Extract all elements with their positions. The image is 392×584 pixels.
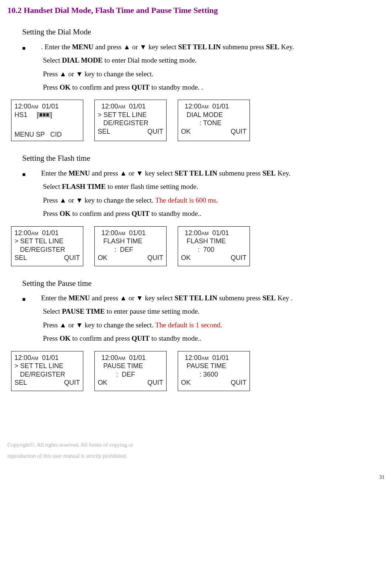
lcd-line: : 3600 bbox=[181, 370, 247, 379]
lcd-line: 12:00AM 01/01 bbox=[98, 354, 163, 362]
time: 12:00 bbox=[14, 354, 31, 361]
step-text: Enter the MENU and press ▲ or ▼ key sele… bbox=[41, 168, 385, 179]
time: 12:00 bbox=[101, 229, 118, 237]
lcd-screen: 12:00AM 01/01 DIAL MODE : TONE OKQUIT bbox=[178, 100, 250, 141]
text: submenu press bbox=[221, 43, 266, 51]
lcd-line: > SET TEL LINE bbox=[14, 362, 80, 370]
text: Press bbox=[43, 210, 60, 217]
text: OK bbox=[181, 127, 191, 136]
flashtime-heading: Setting the Flash time bbox=[22, 152, 385, 165]
lcd-line: DE/REGISTER bbox=[14, 370, 80, 379]
lcd-line: 12:00AM 01/01 bbox=[14, 229, 80, 237]
lcd-line: OKQUIT bbox=[98, 378, 163, 387]
lcd-line: 12:00AM 01/01 bbox=[98, 229, 163, 237]
text: to standby mode.. bbox=[150, 334, 201, 342]
lcd-line: : TONE bbox=[181, 119, 247, 127]
text: to standby mode.. bbox=[150, 210, 201, 217]
lcd-line: DE/REGISTER bbox=[14, 246, 80, 254]
am: AM bbox=[31, 104, 38, 110]
time: 12:00 bbox=[101, 103, 118, 110]
text: Press ▲ or ▼ key to change the select. bbox=[43, 196, 155, 204]
dialmode-bold: DIAL MODE bbox=[62, 56, 103, 64]
bullet-icon: ■ bbox=[22, 295, 26, 304]
lcd-line: 12:00AM 01/01 bbox=[98, 102, 163, 111]
lcd-line: OKQUIT bbox=[98, 254, 163, 262]
text: Press ▲ or ▼ key to change the select. bbox=[43, 321, 155, 329]
settellin-bold: SET TEL LIN bbox=[178, 43, 221, 51]
lcd-line: PAUSE TIME bbox=[98, 362, 163, 370]
dialmode-step2: Select DIAL MODE to enter Dial mode sett… bbox=[43, 55, 385, 66]
ok-bold: OK bbox=[60, 334, 71, 342]
lcd-line: HS1 [] bbox=[14, 111, 80, 119]
lcd-screen: 12:00AM 01/01 PAUSE TIME : 3600 OKQUIT bbox=[178, 351, 250, 391]
text: submenu press bbox=[217, 294, 262, 302]
lcd-screen: 12:00AM 01/01 FLASH TIME : 700 OKQUIT bbox=[178, 226, 250, 266]
text: HS1 [ bbox=[14, 111, 38, 119]
text: to confirm and press bbox=[70, 83, 131, 91]
text: SEL bbox=[14, 254, 27, 262]
text: QUIT bbox=[64, 254, 80, 262]
date: 01/01 bbox=[209, 354, 229, 361]
lcd-line: 12:00AM 01/01 bbox=[181, 229, 247, 237]
ok-bold: OK bbox=[60, 210, 71, 217]
pausetime-step3: Press ▲ or ▼ key to change the select. T… bbox=[43, 320, 385, 331]
page-number: 31 bbox=[7, 473, 385, 481]
text: MENU bbox=[14, 131, 34, 138]
text: Select bbox=[43, 183, 62, 190]
text: to enter Dial mode setting mode. bbox=[103, 56, 197, 64]
lcd-line: DE/REGISTER bbox=[98, 119, 163, 127]
bullet-icon: ■ bbox=[22, 170, 26, 179]
text: Select bbox=[43, 307, 62, 315]
text: QUIT bbox=[147, 127, 163, 136]
footer-line: Copyright©. All rights reserved. All for… bbox=[7, 439, 385, 450]
time: 12:00 bbox=[14, 103, 31, 110]
menu-bold: MENU bbox=[72, 43, 93, 51]
text: and press ▲ or ▼ key select bbox=[90, 294, 175, 302]
lcd-screen: 12:00AM 01/01 > SET TEL LINE DE/REGISTER… bbox=[11, 351, 83, 391]
text: Press bbox=[43, 334, 60, 342]
quit-bold: QUIT bbox=[132, 334, 150, 342]
lcd-screen: 12:00AM 01/01 HS1 [] MENU SP CID bbox=[11, 100, 83, 141]
battery-icon bbox=[38, 113, 50, 117]
date: 01/01 bbox=[38, 103, 59, 110]
lcd-line: : DEF bbox=[98, 370, 163, 379]
lcd-line: MENU SP CID bbox=[14, 130, 80, 139]
text: Select bbox=[43, 56, 62, 64]
settellin-bold: SET TEL LIN bbox=[175, 169, 217, 177]
section-title: 10.2 Handset Dial Mode, Flash Time and P… bbox=[7, 4, 385, 17]
time: 12:00 bbox=[185, 354, 201, 361]
text: submenu press bbox=[217, 169, 262, 177]
lcd-screen: 12:00AM 01/01 FLASH TIME : DEF OKQUIT bbox=[94, 226, 167, 266]
text: QUIT bbox=[147, 378, 163, 387]
text: ] bbox=[50, 111, 52, 119]
text: CID bbox=[50, 131, 62, 138]
settellin-bold: SET TEL LIN bbox=[175, 294, 217, 302]
default-red: The default is 600 ms. bbox=[155, 196, 218, 204]
text: SEL bbox=[14, 378, 27, 387]
footer: Copyright©. All rights reserved. All for… bbox=[7, 439, 385, 461]
text: QUIT bbox=[64, 378, 80, 387]
text: Enter the bbox=[41, 294, 68, 302]
lcd-line: PAUSE TIME bbox=[181, 362, 247, 370]
text: to confirm and press bbox=[70, 210, 131, 217]
text: OK bbox=[98, 378, 107, 387]
text: . Enter the bbox=[41, 43, 72, 51]
lcd-line: SELQUIT bbox=[14, 254, 80, 262]
time: 12:00 bbox=[14, 229, 31, 237]
lcd-line: DIAL MODE bbox=[181, 111, 247, 119]
lcd-line: FLASH TIME bbox=[98, 237, 163, 246]
dialmode-step4: Press OK to confirm and press QUIT to st… bbox=[43, 82, 385, 93]
step-text: . Enter the MENU and press ▲ or ▼ key se… bbox=[41, 41, 385, 53]
text: QUIT bbox=[231, 127, 247, 136]
am: AM bbox=[31, 356, 38, 361]
text: Key. bbox=[279, 43, 294, 51]
am: AM bbox=[118, 356, 125, 361]
text: and press ▲ or ▼ key select bbox=[90, 169, 175, 177]
sel-bold: SEL bbox=[262, 169, 276, 177]
text: to confirm and press bbox=[70, 334, 131, 342]
lcd-line: SELQUIT bbox=[98, 127, 163, 136]
lcd-line: > SET TEL LINE bbox=[98, 111, 163, 119]
pausetime-screens: 12:00AM 01/01 > SET TEL LINE DE/REGISTER… bbox=[11, 351, 385, 391]
lcd-line: > SET TEL LINE bbox=[14, 237, 80, 246]
pausetime-step1: ■ Enter the MENU and press ▲ or ▼ key se… bbox=[22, 293, 385, 304]
